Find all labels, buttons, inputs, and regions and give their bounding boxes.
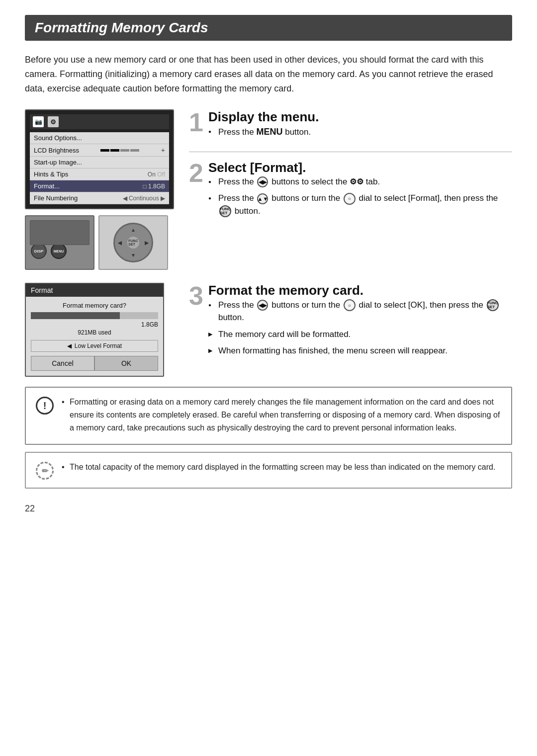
menu-item-lcd: LCD Brightness + <box>30 144 169 157</box>
camera-photos: 📷 DISP MENU ▲ ▼ ◀ ▶ FUNCSET <box>25 215 174 270</box>
step-2-instructions: Press the ◀▶ buttons to select the ⚙⚙ ta… <box>208 175 512 218</box>
disp-button: DISP <box>31 243 47 259</box>
step-3-instruction-2: The memory card will be formatted. <box>208 328 512 341</box>
step-2: 2 Select [Format]. Press the ◀▶ buttons … <box>189 160 512 222</box>
steps-1-2-right: 1 Display the menu. Press the MENU butto… <box>189 109 512 221</box>
camera-body-left: 📷 DISP MENU <box>25 215 94 270</box>
low-level-label: Low Level Format <box>75 342 122 349</box>
dpad-up: ▲ <box>131 227 136 233</box>
menu-item-hints: Hints & Tips On Off <box>30 168 169 180</box>
camera-tab-icon: 📷 <box>33 116 44 127</box>
pencil-icon: ✏ <box>36 462 54 480</box>
screen-header: 📷 ⚙ <box>30 114 169 129</box>
camera-body-right: ▲ ▼ ◀ ▶ FUNCSET <box>98 215 168 270</box>
step-1-content: Display the menu. Press the MENU button. <box>208 109 319 142</box>
step-3-content: Format the memory card. Press the ◀▶ but… <box>208 283 512 361</box>
step-3-number: 3 <box>189 283 203 309</box>
wrench-tab-label: ⚙⚙ <box>350 177 363 186</box>
dpad-down: ▼ <box>131 252 136 258</box>
storage-bar-fill <box>31 312 120 319</box>
step-1-2-section: 📷 ⚙ Sound Options... LCD Brightness + St… <box>25 109 512 273</box>
d-pad: ▲ ▼ ◀ ▶ FUNCSET <box>113 223 153 262</box>
func-set-center: FUNCSET <box>126 236 140 250</box>
left-arrow-low: ◀ <box>67 342 72 349</box>
func-set-icon: FUNCSET <box>219 205 231 217</box>
dialog-buttons: Cancel OK <box>31 356 158 371</box>
step-1-instructions: Press the MENU button. <box>208 125 319 139</box>
step-3-instructions: Press the ◀▶ buttons or turn the ○ dial … <box>208 299 512 357</box>
ok-button[interactable]: OK <box>94 356 158 371</box>
dpad-left: ◀ <box>118 240 122 246</box>
warning-note-box: ! Formatting or erasing data on a memory… <box>25 387 512 445</box>
storage-size: 1.8GB <box>31 321 158 328</box>
dialog-body: Format memory card? 1.8GB 921MB used ◀ L… <box>26 297 163 376</box>
left-right-icon-2: ◀▶ <box>257 300 268 311</box>
menu-item-sound: Sound Options... <box>30 132 169 144</box>
info-note-text: The total capacity of the memory card di… <box>62 461 495 476</box>
menu-item-format: Format... □ 1.8GB <box>30 180 169 192</box>
step-1-2-left: 📷 ⚙ Sound Options... LCD Brightness + St… <box>25 109 174 273</box>
warning-note-item: Formatting or erasing data on a memory c… <box>62 396 501 434</box>
step-3-left: Format Format memory card? 1.8GB 921MB u… <box>25 283 174 377</box>
step-3-instruction-1: Press the ◀▶ buttons or turn the ○ dial … <box>208 299 512 324</box>
info-note-item: The total capacity of the memory card di… <box>62 461 495 474</box>
wrench-tab-icon: ⚙ <box>48 116 59 127</box>
step-1: 1 Display the menu. Press the MENU butto… <box>189 109 512 142</box>
step-2-instruction-1: Press the ◀▶ buttons to select the ⚙⚙ ta… <box>208 175 512 188</box>
menu-label: MENU <box>256 127 282 137</box>
step-2-number: 2 <box>189 160 203 186</box>
menu-button: MENU <box>51 243 67 259</box>
step-3-instruction-3: When formatting has finished, the menu s… <box>208 344 512 357</box>
step-3-title: Format the memory card. <box>208 283 512 298</box>
camera-menu-list: Sound Options... LCD Brightness + Start-… <box>30 132 169 204</box>
dialog-prompt: Format memory card? <box>31 302 158 309</box>
step-2-instruction-2: Press the ▲▼ buttons or turn the ○ dial … <box>208 192 512 217</box>
dial-icon-2: ○ <box>344 299 356 311</box>
up-down-arrow-icon: ▲▼ <box>257 193 268 204</box>
page-title: Formatting Memory Cards <box>35 20 502 36</box>
cancel-button[interactable]: Cancel <box>31 356 94 371</box>
step-3: 3 Format the memory card. Press the ◀▶ b… <box>189 283 512 361</box>
dial-icon: ○ <box>344 193 356 205</box>
step-divider-1 <box>189 152 512 152</box>
format-dialog: Format Format memory card? 1.8GB 921MB u… <box>25 283 164 377</box>
page-header: Formatting Memory Cards <box>25 15 512 41</box>
intro-text: Before you use a new memory card or one … <box>25 53 512 95</box>
storage-used: 921MB used <box>31 329 158 336</box>
dialog-title: Format <box>26 284 163 297</box>
warning-icon: ! <box>36 397 54 415</box>
menu-item-filenumbering: File Numbering ◀ Continuous ▶ <box>30 192 169 204</box>
step-1-number: 1 <box>189 109 203 135</box>
dpad-right: ▶ <box>145 240 149 246</box>
warning-note-text: Formatting or erasing data on a memory c… <box>62 396 501 436</box>
low-level-row: ◀ Low Level Format <box>31 340 158 352</box>
func-set-icon-2: FUNCSET <box>487 299 499 311</box>
info-note-box: ✏ The total capacity of the memory card … <box>25 452 512 489</box>
step-2-content: Select [Format]. Press the ◀▶ buttons to… <box>208 160 512 222</box>
left-right-arrow-icon: ◀▶ <box>257 176 268 187</box>
step-1-instruction-1: Press the MENU button. <box>208 125 319 139</box>
step-1-title: Display the menu. <box>208 109 319 125</box>
camera-menu-screen: 📷 ⚙ Sound Options... LCD Brightness + St… <box>25 109 174 209</box>
page-number: 22 <box>25 504 512 514</box>
step-3-right: 3 Format the memory card. Press the ◀▶ b… <box>189 283 512 361</box>
step-3-section: Format Format memory card? 1.8GB 921MB u… <box>25 283 512 377</box>
storage-bar <box>31 312 158 319</box>
menu-item-startup: Start-up Image... <box>30 157 169 168</box>
step-2-title: Select [Format]. <box>208 160 512 175</box>
